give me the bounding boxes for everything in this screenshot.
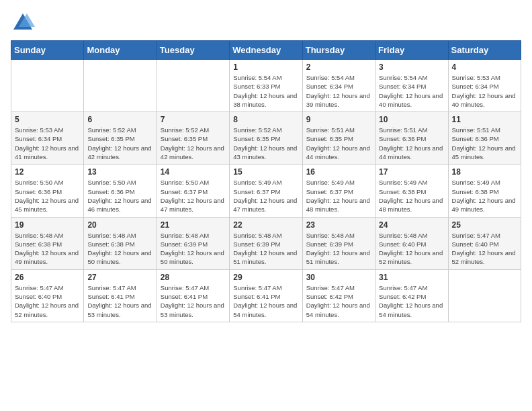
day-info: Sunrise: 5:47 AM Sunset: 6:41 PM Dayligh… [87,283,152,319]
calendar-header: SundayMondayTuesdayWednesdayThursdayFrid… [11,41,521,60]
day-number: 13 [87,167,152,177]
calendar-cell: 26Sunrise: 5:47 AM Sunset: 6:40 PM Dayli… [11,269,84,322]
day-info: Sunrise: 5:49 AM Sunset: 6:37 PM Dayligh… [233,178,298,214]
calendar-cell: 25Sunrise: 5:47 AM Sunset: 6:40 PM Dayli… [448,217,521,269]
day-info: Sunrise: 5:48 AM Sunset: 6:38 PM Dayligh… [15,231,80,267]
day-info: Sunrise: 5:54 AM Sunset: 6:33 PM Dayligh… [233,73,298,109]
calendar-cell: 4Sunrise: 5:53 AM Sunset: 6:34 PM Daylig… [448,60,521,112]
day-info: Sunrise: 5:48 AM Sunset: 6:39 PM Dayligh… [161,231,226,267]
day-number: 24 [379,220,444,230]
day-info: Sunrise: 5:52 AM Sunset: 6:35 PM Dayligh… [233,126,298,161]
calendar-cell: 20Sunrise: 5:48 AM Sunset: 6:38 PM Dayli… [84,217,157,269]
weekday-header-monday: Monday [84,41,157,60]
day-info: Sunrise: 5:47 AM Sunset: 6:40 PM Dayligh… [452,231,517,267]
day-number: 2 [306,62,371,72]
day-info: Sunrise: 5:47 AM Sunset: 6:41 PM Dayligh… [233,283,298,319]
weekday-header-saturday: Saturday [448,41,521,60]
day-number: 28 [161,273,226,282]
day-number: 20 [87,220,152,230]
calendar-cell: 16Sunrise: 5:49 AM Sunset: 6:37 PM Dayli… [302,165,375,217]
day-number: 21 [161,220,226,230]
calendar-cell: 21Sunrise: 5:48 AM Sunset: 6:39 PM Dayli… [157,217,229,269]
day-number: 16 [306,167,371,177]
day-number: 7 [161,115,226,124]
day-info: Sunrise: 5:48 AM Sunset: 6:38 PM Dayligh… [87,231,152,267]
day-number: 31 [379,273,444,282]
weekday-header-sunday: Sunday [11,41,84,60]
day-info: Sunrise: 5:54 AM Sunset: 6:34 PM Dayligh… [306,73,371,109]
day-info: Sunrise: 5:54 AM Sunset: 6:34 PM Dayligh… [379,73,444,109]
calendar-cell [157,60,229,112]
logo-icon [11,11,35,35]
day-number: 25 [452,220,517,230]
day-info: Sunrise: 5:47 AM Sunset: 6:42 PM Dayligh… [306,283,371,319]
calendar-week-row: 12Sunrise: 5:50 AM Sunset: 6:36 PM Dayli… [11,165,521,217]
calendar-cell [448,269,521,322]
day-number: 12 [15,167,80,177]
calendar-cell: 13Sunrise: 5:50 AM Sunset: 6:36 PM Dayli… [84,165,157,217]
day-info: Sunrise: 5:47 AM Sunset: 6:42 PM Dayligh… [379,283,444,319]
day-number: 14 [161,167,226,177]
day-info: Sunrise: 5:49 AM Sunset: 6:37 PM Dayligh… [306,178,371,214]
weekday-header-row: SundayMondayTuesdayWednesdayThursdayFrid… [11,41,521,60]
day-number: 1 [233,62,298,72]
day-info: Sunrise: 5:51 AM Sunset: 6:35 PM Dayligh… [306,126,371,161]
weekday-header-tuesday: Tuesday [157,41,229,60]
day-number: 6 [87,115,152,124]
day-info: Sunrise: 5:50 AM Sunset: 6:36 PM Dayligh… [87,178,152,214]
calendar-cell: 28Sunrise: 5:47 AM Sunset: 6:41 PM Dayli… [157,269,229,322]
calendar-cell: 30Sunrise: 5:47 AM Sunset: 6:42 PM Dayli… [302,269,375,322]
day-info: Sunrise: 5:48 AM Sunset: 6:39 PM Dayligh… [233,231,298,267]
calendar-cell: 19Sunrise: 5:48 AM Sunset: 6:38 PM Dayli… [11,217,84,269]
calendar-cell: 31Sunrise: 5:47 AM Sunset: 6:42 PM Dayli… [375,269,448,322]
day-info: Sunrise: 5:51 AM Sunset: 6:36 PM Dayligh… [379,126,444,161]
calendar-table: SundayMondayTuesdayWednesdayThursdayFrid… [11,40,521,322]
calendar-cell: 6Sunrise: 5:52 AM Sunset: 6:35 PM Daylig… [84,112,157,165]
calendar-cell: 5Sunrise: 5:53 AM Sunset: 6:34 PM Daylig… [11,112,84,165]
calendar-cell: 7Sunrise: 5:52 AM Sunset: 6:35 PM Daylig… [157,112,229,165]
day-info: Sunrise: 5:52 AM Sunset: 6:35 PM Dayligh… [161,126,226,161]
calendar-cell: 27Sunrise: 5:47 AM Sunset: 6:41 PM Dayli… [84,269,157,322]
calendar-cell: 3Sunrise: 5:54 AM Sunset: 6:34 PM Daylig… [375,60,448,112]
weekday-header-thursday: Thursday [302,41,375,60]
calendar-cell: 17Sunrise: 5:49 AM Sunset: 6:38 PM Dayli… [375,165,448,217]
day-number: 17 [379,167,444,177]
day-info: Sunrise: 5:50 AM Sunset: 6:36 PM Dayligh… [15,178,80,214]
day-number: 5 [15,115,80,124]
day-info: Sunrise: 5:50 AM Sunset: 6:37 PM Dayligh… [161,178,226,214]
day-number: 3 [379,62,444,72]
page-header [11,11,521,35]
day-number: 11 [452,115,517,124]
day-info: Sunrise: 5:48 AM Sunset: 6:39 PM Dayligh… [306,231,371,267]
day-number: 19 [15,220,80,230]
calendar-cell [84,60,157,112]
day-number: 9 [306,115,371,124]
day-number: 4 [452,62,517,72]
calendar-cell: 10Sunrise: 5:51 AM Sunset: 6:36 PM Dayli… [375,112,448,165]
day-info: Sunrise: 5:47 AM Sunset: 6:40 PM Dayligh… [15,283,80,319]
calendar-cell: 11Sunrise: 5:51 AM Sunset: 6:36 PM Dayli… [448,112,521,165]
day-info: Sunrise: 5:49 AM Sunset: 6:38 PM Dayligh… [379,178,444,214]
calendar-cell: 29Sunrise: 5:47 AM Sunset: 6:41 PM Dayli… [230,269,302,322]
weekday-header-wednesday: Wednesday [230,41,302,60]
day-info: Sunrise: 5:49 AM Sunset: 6:38 PM Dayligh… [452,178,517,214]
calendar-cell: 22Sunrise: 5:48 AM Sunset: 6:39 PM Dayli… [230,217,302,269]
calendar-body: 1Sunrise: 5:54 AM Sunset: 6:33 PM Daylig… [11,60,521,322]
calendar-cell: 24Sunrise: 5:48 AM Sunset: 6:40 PM Dayli… [375,217,448,269]
day-number: 15 [233,167,298,177]
calendar-week-row: 26Sunrise: 5:47 AM Sunset: 6:40 PM Dayli… [11,269,521,322]
calendar-cell: 23Sunrise: 5:48 AM Sunset: 6:39 PM Dayli… [302,217,375,269]
calendar-cell: 8Sunrise: 5:52 AM Sunset: 6:35 PM Daylig… [230,112,302,165]
calendar-cell: 2Sunrise: 5:54 AM Sunset: 6:34 PM Daylig… [302,60,375,112]
calendar-week-row: 5Sunrise: 5:53 AM Sunset: 6:34 PM Daylig… [11,112,521,165]
day-number: 8 [233,115,298,124]
calendar-cell: 9Sunrise: 5:51 AM Sunset: 6:35 PM Daylig… [302,112,375,165]
day-number: 22 [233,220,298,230]
logo [11,11,38,35]
calendar-cell: 14Sunrise: 5:50 AM Sunset: 6:37 PM Dayli… [157,165,229,217]
calendar-cell: 18Sunrise: 5:49 AM Sunset: 6:38 PM Dayli… [448,165,521,217]
calendar-week-row: 19Sunrise: 5:48 AM Sunset: 6:38 PM Dayli… [11,217,521,269]
day-info: Sunrise: 5:52 AM Sunset: 6:35 PM Dayligh… [87,126,152,161]
day-info: Sunrise: 5:53 AM Sunset: 6:34 PM Dayligh… [452,73,517,109]
day-number: 26 [15,273,80,282]
